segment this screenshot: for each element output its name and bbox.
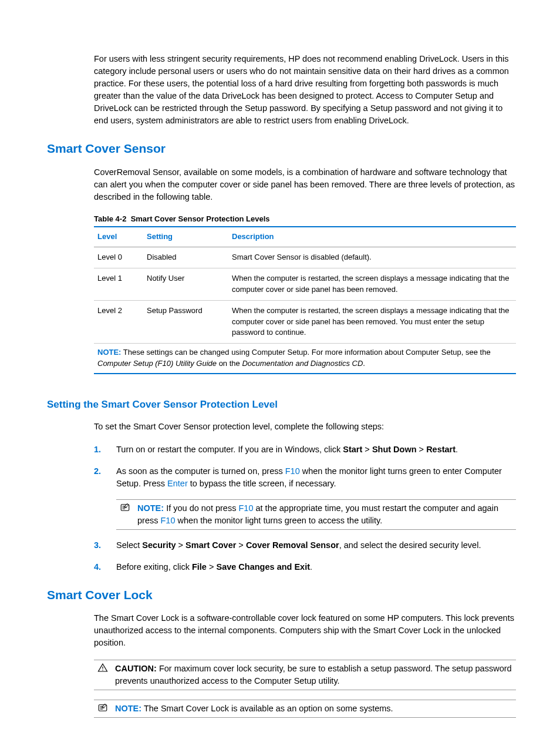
intro-paragraph: For users with less stringent security r… — [94, 53, 516, 127]
cell-description: When the computer is restarted, the scre… — [232, 300, 516, 344]
note-label: NOTE: — [97, 348, 121, 357]
sensor-description: CoverRemoval Sensor, available on some m… — [94, 166, 516, 203]
step-3: Select Security > Smart Cover > Cover Re… — [94, 539, 516, 552]
table-caption: Table 4-2 Smart Cover Sensor Protection … — [94, 214, 516, 227]
table-label: Table 4-2 Smart Cover Sensor Protection … — [94, 214, 270, 223]
note-label: NOTE: — [137, 503, 164, 513]
heading-setting-protection-level: Setting the Smart Cover Sensor Protectio… — [47, 398, 516, 412]
note-callout-2: NOTE: The Smart Cover Lock is available … — [94, 700, 516, 718]
cell-description: When the computer is restarted, the scre… — [232, 268, 516, 301]
note-text: The Smart Cover Lock is available as an … — [144, 704, 393, 713]
heading-smart-cover-lock: Smart Cover Lock — [47, 586, 516, 604]
col-description: Description — [232, 227, 516, 247]
note-icon — [120, 502, 130, 513]
steps-list-cont: Select Security > Smart Cover > Cover Re… — [94, 539, 516, 573]
step-1: Turn on or restart the computer. If you … — [94, 443, 516, 456]
cell-setting: Disabled — [147, 247, 232, 268]
step-2: As soon as the computer is turned on, pr… — [94, 465, 516, 490]
cell-level: Level 2 — [94, 300, 147, 344]
col-level: Level — [94, 227, 147, 247]
caution-label: CAUTION: — [115, 664, 157, 673]
caution-text: For maximum cover lock security, be sure… — [115, 664, 512, 685]
col-setting: Setting — [147, 227, 232, 247]
cell-setting: Notify User — [147, 268, 232, 301]
cell-level: Level 0 — [94, 247, 147, 268]
table-note: NOTE: These settings can be changed usin… — [94, 344, 516, 374]
caution-icon — [97, 663, 108, 673]
cell-setting: Setup Password — [147, 300, 232, 344]
step-4: Before exiting, click File > Save Change… — [94, 561, 516, 573]
heading-smart-cover-sensor: Smart Cover Sensor — [47, 140, 516, 157]
cell-level: Level 1 — [94, 268, 147, 301]
table-row: Level 2 Setup Password When the computer… — [94, 300, 516, 344]
steps-list: Turn on or restart the computer. If you … — [94, 443, 516, 490]
note-icon — [97, 703, 108, 713]
protection-levels-table: Level Setting Description Level 0 Disabl… — [94, 226, 516, 344]
table-row: Level 0 Disabled Smart Cover Sensor is d… — [94, 247, 516, 268]
note-callout: NOTE: If you do not press F10 at the app… — [116, 499, 516, 530]
lock-description: The Smart Cover Lock is a software-contr… — [94, 612, 516, 649]
note-label: NOTE: — [115, 704, 141, 713]
table-row: Level 1 Notify User When the computer is… — [94, 268, 516, 301]
steps-intro: To set the Smart Cover Sensor protection… — [94, 421, 516, 433]
caution-callout: CAUTION: For maximum cover lock security… — [94, 660, 516, 690]
cell-description: Smart Cover Sensor is disabled (default)… — [232, 247, 516, 268]
svg-point-2 — [102, 670, 103, 671]
